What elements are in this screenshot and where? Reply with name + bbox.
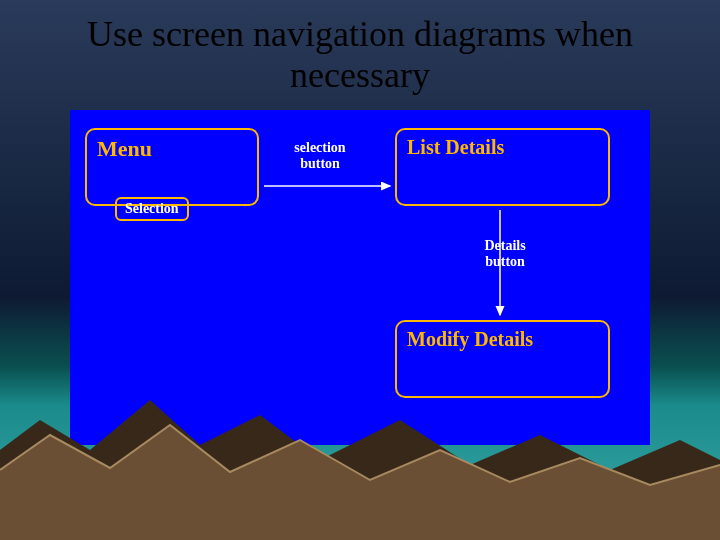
- screen-list-title: List Details: [397, 130, 608, 161]
- screen-list-details: List Details modify: [395, 128, 610, 206]
- action-selection: Selection: [115, 197, 189, 221]
- screen-modify-details: Modify Details: [395, 320, 610, 398]
- slide-title: Use screen navigation diagrams when nece…: [0, 0, 720, 107]
- edge-label-selection: selection button: [280, 140, 360, 172]
- navigation-diagram: Menu Selection List Details modify Modif…: [70, 110, 650, 445]
- screen-modify-title: Modify Details: [397, 322, 608, 353]
- edge-label-details: Details button: [470, 238, 540, 270]
- screen-menu: Menu Selection: [85, 128, 259, 206]
- screen-menu-title: Menu: [87, 130, 257, 164]
